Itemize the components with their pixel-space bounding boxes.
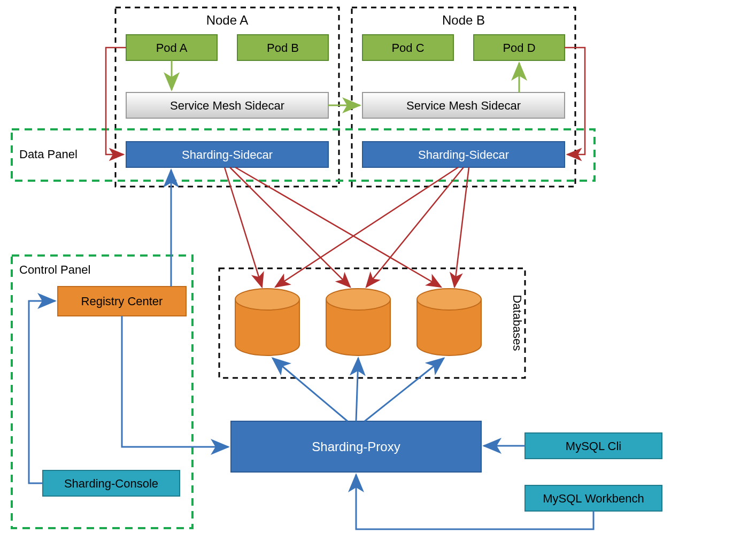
mesh-sidecar-a-label: Service Mesh Sidecar [170, 99, 284, 112]
registry-center-label: Registry Center [81, 295, 163, 308]
pod-c-label: Pod C [391, 41, 424, 55]
node-a-label: Node A [206, 13, 249, 27]
arrow-console-registry [29, 301, 55, 483]
sharding-console-label: Sharding-Console [64, 477, 158, 490]
sharding-proxy-label: Sharding-Proxy [312, 439, 400, 454]
control-panel-label: Control Panel [19, 263, 90, 276]
mesh-sidecar-b-label: Service Mesh Sidecar [406, 99, 521, 112]
sharding-sidecar-b-label: Sharding-Sidecar [418, 148, 509, 161]
svg-point-9 [326, 289, 390, 310]
sharding-sidecar-a-label: Sharding-Sidecar [182, 148, 273, 161]
pod-a-label: Pod A [156, 41, 188, 55]
arrow-proxy-db3 [365, 358, 444, 421]
arrow-proxy-db1 [273, 358, 348, 421]
pod-b-label: Pod B [267, 41, 299, 55]
databases-label: Databases [511, 295, 524, 351]
node-b-label: Node B [442, 13, 485, 27]
svg-point-14 [417, 289, 481, 310]
mysql-workbench-label: MySQL Workbench [543, 492, 644, 505]
database-3 [417, 289, 481, 355]
arrow-registry-proxy [122, 316, 228, 447]
mysql-cli-label: MySQL Cli [566, 439, 621, 453]
database-1 [235, 289, 299, 355]
database-2 [326, 289, 390, 355]
pod-d-label: Pod D [503, 41, 535, 55]
data-panel-label: Data Panel [19, 148, 78, 161]
svg-point-4 [235, 289, 299, 310]
arrow-proxy-db2 [356, 358, 358, 421]
